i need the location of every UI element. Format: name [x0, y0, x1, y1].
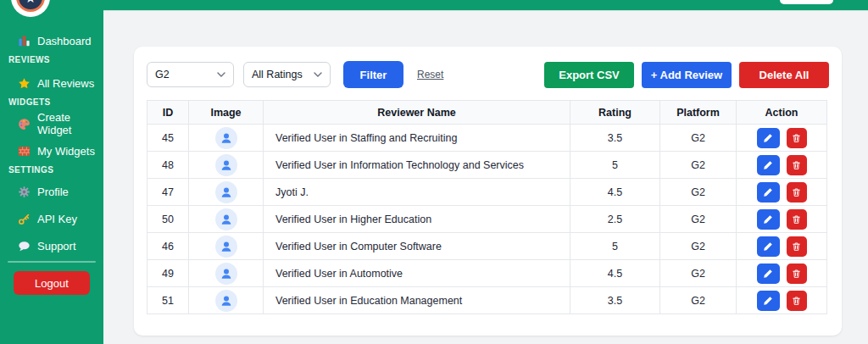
column-header-image: Image	[189, 101, 264, 125]
platform-cell: G2	[660, 125, 737, 152]
review-image-cell	[189, 260, 264, 287]
table-row: 51 Verified User in Education Management…	[147, 287, 827, 314]
platform-select[interactable]: G2	[147, 62, 234, 87]
topbar-partial-button[interactable]	[780, 0, 833, 4]
logout-button[interactable]: Logout	[14, 271, 90, 295]
delete-review-button[interactable]	[787, 155, 807, 175]
filter-button[interactable]: Filter	[343, 61, 403, 88]
delete-review-button[interactable]	[787, 128, 807, 148]
sidebar-nav: Dashboard REVIEWS All Reviews WIDGETS Cr…	[0, 0, 103, 295]
delete-review-button[interactable]	[787, 236, 807, 257]
reset-link[interactable]: Reset	[417, 69, 443, 80]
reviewer-avatar	[215, 263, 237, 285]
person-icon	[220, 131, 233, 145]
column-header-action: Action	[737, 101, 827, 125]
review-id-cell: 50	[147, 206, 189, 233]
rating-cell: 4.5	[570, 179, 660, 206]
column-header-name: Reviewer Name	[264, 101, 570, 125]
edit-review-button[interactable]	[757, 264, 780, 284]
pencil-icon	[763, 296, 773, 306]
reviewer-name-cell: Verified User in Information Technology …	[264, 152, 570, 179]
export-csv-button[interactable]: Export CSV	[544, 62, 634, 88]
pencil-icon	[763, 241, 773, 252]
filter-row: G2 All Ratings Filter Reset Export CSV +…	[147, 61, 829, 88]
chevron-down-icon	[217, 72, 225, 77]
person-icon	[220, 294, 233, 308]
edit-review-button[interactable]	[757, 209, 780, 230]
platform-cell: G2	[660, 152, 737, 179]
sidebar-item-all-reviews[interactable]: All Reviews	[0, 73, 103, 93]
edit-review-button[interactable]	[757, 155, 780, 175]
table-row: 50 Verified User in Higher Education 2.5…	[147, 206, 827, 233]
trash-icon	[792, 241, 801, 252]
sidebar-item-api-key[interactable]: API Key	[0, 208, 103, 229]
sidebar-item-create-widget[interactable]: Create Widget	[0, 114, 103, 134]
action-cell	[737, 287, 827, 314]
delete-all-button[interactable]: Delete All	[739, 62, 829, 88]
sidebar-item-label: All Reviews	[37, 77, 94, 90]
review-id-cell: 47	[147, 179, 189, 206]
review-id-cell: 48	[147, 152, 189, 179]
edit-review-button[interactable]	[757, 182, 780, 203]
column-header-rating: Rating	[570, 101, 660, 125]
sidebar-divider	[8, 261, 96, 263]
platform-cell: G2	[660, 233, 737, 260]
reviewer-avatar	[215, 181, 237, 203]
reviewer-name-cell: Jyoti J.	[264, 179, 570, 206]
reviewer-name-cell: Verified User in Automotive	[264, 260, 570, 287]
chevron-down-icon	[314, 72, 322, 77]
reviewer-avatar	[215, 290, 237, 312]
sidebar-item-label: Profile	[37, 186, 69, 198]
trash-icon	[792, 269, 801, 279]
platform-cell: G2	[660, 287, 737, 314]
edit-review-button[interactable]	[757, 291, 780, 311]
bulk-actions: Export CSV + Add Review Delete All	[544, 62, 829, 88]
delete-review-button[interactable]	[787, 182, 807, 203]
sidebar-item-profile[interactable]: Profile	[0, 181, 103, 202]
person-icon	[220, 186, 233, 199]
table-row: 45 Verified User in Staffing and Recruit…	[147, 125, 827, 152]
palette-icon	[18, 118, 31, 130]
add-review-button[interactable]: + Add Review	[642, 62, 732, 88]
reviewer-avatar	[215, 154, 237, 176]
rating-select[interactable]: All Ratings	[243, 62, 331, 87]
delete-review-button[interactable]	[787, 291, 807, 311]
sidebar-item-support[interactable]: Support	[0, 236, 103, 256]
delete-review-button[interactable]	[787, 209, 807, 230]
platform-select-value: G2	[155, 69, 170, 80]
reviews-table: ID Image Reviewer Name Rating Platform A…	[147, 100, 827, 314]
reviews-card: G2 All Ratings Filter Reset Export CSV +…	[134, 47, 842, 336]
rating-cell: 5	[570, 233, 660, 260]
review-id-cell: 51	[147, 287, 189, 314]
rating-cell: 3.5	[570, 125, 660, 152]
pencil-icon	[763, 187, 773, 197]
reviewer-name-cell: Verified User in Computer Software	[264, 233, 570, 260]
action-cell	[737, 206, 827, 233]
key-icon	[18, 213, 31, 225]
person-icon	[220, 267, 233, 280]
sidebar-item-label: My Widgets	[37, 145, 95, 158]
table-body: 45 Verified User in Staffing and Recruit…	[147, 125, 827, 314]
sidebar-item-my-widgets[interactable]: My Widgets	[0, 141, 103, 161]
sidebar-item-dashboard[interactable]: Dashboard	[0, 31, 103, 51]
trash-icon	[792, 133, 801, 143]
reviewer-avatar	[215, 208, 237, 230]
reviewer-avatar	[215, 236, 237, 258]
person-icon	[220, 158, 233, 172]
delete-review-button[interactable]	[787, 264, 807, 284]
trash-icon	[792, 214, 801, 225]
chat-icon	[18, 240, 31, 252]
pencil-icon	[763, 160, 773, 170]
review-image-cell	[189, 152, 264, 179]
rating-cell: 3.5	[570, 287, 660, 314]
edit-review-button[interactable]	[757, 236, 780, 257]
edit-review-button[interactable]	[757, 128, 780, 148]
table-row: 49 Verified User in Automotive 4.5 G2	[147, 260, 827, 287]
review-image-cell	[189, 287, 264, 314]
pencil-icon	[763, 269, 773, 279]
reviewer-name-cell: Verified User in Staffing and Recruiting	[264, 125, 570, 152]
review-image-cell	[189, 233, 264, 260]
table-row: 48 Verified User in Information Technolo…	[147, 152, 827, 179]
pencil-icon	[763, 133, 773, 143]
topbar	[103, 0, 868, 11]
